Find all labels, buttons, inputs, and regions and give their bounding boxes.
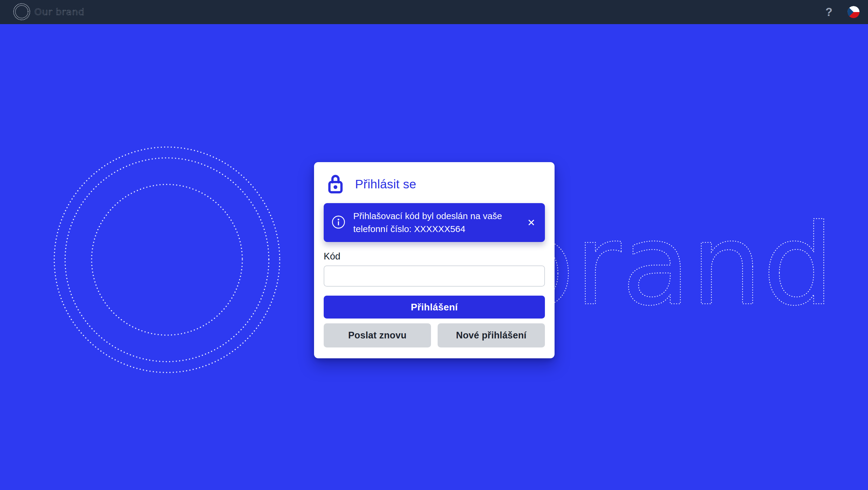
code-input[interactable] — [324, 266, 545, 286]
lock-icon — [328, 173, 343, 195]
login-card: Přihlásit se Přihlašovací kód byl odeslá… — [314, 162, 555, 358]
top-navbar: Our brand ? — [0, 0, 868, 24]
info-icon — [332, 215, 345, 230]
login-page: { "colors": { "background_blue": "#2e3af… — [0, 0, 868, 490]
brand-logo-icon — [13, 4, 30, 20]
info-alert: Přihlašovací kód byl odeslán na vaše tel… — [324, 203, 545, 242]
alert-message: Přihlašovací kód byl odeslán na vaše tel… — [353, 210, 515, 235]
login-card-header: Přihlásit se — [328, 173, 545, 195]
new-login-button[interactable]: Nové přihlášení — [438, 323, 545, 347]
czech-flag-icon[interactable] — [847, 6, 860, 18]
brand-logo-text: Our brand — [34, 6, 84, 17]
brand-logo: Our brand — [8, 0, 93, 24]
navbar-actions: ? — [826, 6, 860, 18]
page-title: Přihlásit se — [355, 177, 416, 191]
dotted-circles-decor — [54, 147, 280, 372]
resend-code-button[interactable]: Poslat znovu — [324, 323, 431, 347]
submit-login-button[interactable]: Přihlášení — [324, 296, 545, 318]
alert-close-button[interactable]: ✕ — [525, 216, 537, 229]
secondary-buttons-row: Poslat znovu Nové přihlášení — [324, 323, 545, 347]
help-icon[interactable]: ? — [826, 6, 832, 18]
code-field-label: Kód — [324, 251, 545, 262]
